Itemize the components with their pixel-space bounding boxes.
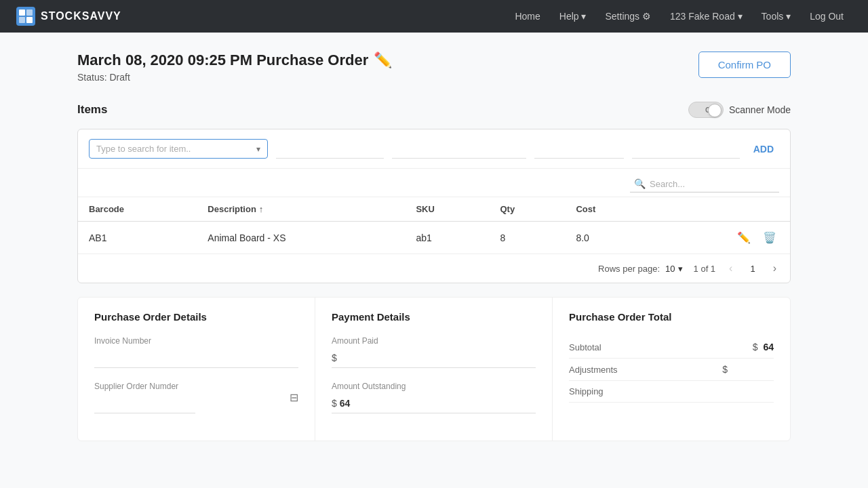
th-description[interactable]: Description ↑ [197,197,405,222]
per-page-select[interactable]: 10 ▾ [665,264,682,274]
amount-paid-input[interactable] [340,352,536,363]
adjustments-input[interactable] [733,364,774,375]
edit-row-button[interactable]: ✏️ [734,230,753,245]
delete-row-button[interactable]: 🗑️ [760,230,779,245]
prev-page-button[interactable]: ‹ [726,261,735,276]
amount-paid-row: $ [332,348,536,368]
shipping-row: Shipping [569,381,774,403]
supplier-order-number-group: Supplier Order Numder ⊟ [94,382,298,413]
search-icon: 🔍 [634,178,646,189]
next-page-button[interactable]: › [770,261,779,276]
adjustments-symbol: $ [722,364,728,375]
cell-cost: 8.0 [565,222,651,254]
amount-paid-label: Amount Paid [332,336,536,346]
page-title: March 08, 2020 09:25 PM Purchase Order ✏… [77,52,392,69]
po-total-title: Purchase Order Total [569,311,774,323]
page-title-group: March 08, 2020 09:25 PM Purchase Order ✏… [77,52,392,83]
table-search-bar: 🔍 [630,176,779,192]
svg-rect-4 [26,17,33,23]
scanner-mode-label: Scanner Mode [729,104,791,115]
adjustments-row: Adjustments $ [569,359,774,381]
toggle-thumb [708,104,722,117]
po-details-section: Purchase Order Details Invoice Number Su… [78,298,315,441]
item-search-input[interactable] [96,144,252,154]
cell-sku: ab1 [405,222,489,254]
chevron-down-icon: ▾ [256,144,260,154]
invoice-number-label: Invoice Number [94,336,298,346]
navbar-links: Home Help ▾ Settings ⚙ 123 Fake Road ▾ T… [507,7,852,26]
supplier-order-input[interactable] [94,394,195,413]
po-details-title: Purchase Order Details [94,311,298,323]
add-item-button[interactable]: ADD [748,140,779,159]
th-qty: Qty [489,197,565,222]
subtotal-row: Subtotal $ 64 [569,336,774,359]
edit-title-icon[interactable]: ✏️ [374,52,392,69]
amount-outstanding-symbol: $ [332,398,337,409]
supplier-order-label: Supplier Order Numder [94,382,213,391]
navbar: STOCKSAVVY Home Help ▾ Settings ⚙ 123 Fa… [0,0,868,33]
cost-add-input[interactable] [632,140,740,159]
payment-details-title: Payment Details [332,311,536,323]
svg-rect-1 [19,9,25,16]
invoice-number-input[interactable] [94,348,298,368]
items-table-container: ▾ ADD 🔍 Barcode [77,129,791,283]
cell-barcode: AB1 [78,222,197,254]
items-section-header: Items OFF Scanner Mode [77,102,791,118]
rows-per-page-group: Rows per page: 10 ▾ [598,264,683,274]
table-body: AB1 Animal Board - XS ab1 8 8.0 ✏️ 🗑️ [78,222,790,254]
scan-icon[interactable]: ⊟ [290,391,298,404]
barcode-add-input[interactable] [276,140,384,159]
brand-name: STOCKSAVVY [41,10,121,22]
pagination-row: Rows per page: 10 ▾ 1 of 1 ‹ 1 › [78,253,790,283]
nav-help[interactable]: Help ▾ [551,7,595,26]
amount-outstanding-row: $ 64 [332,394,536,413]
amount-outstanding-value: 64 [340,398,351,409]
chevron-down-icon: ▾ [581,11,586,22]
add-item-row: ▾ ADD [78,129,790,169]
table-search-input[interactable] [650,179,775,189]
payment-details-section: Payment Details Amount Paid $ Amount Out… [315,298,553,441]
status-display: Status: Draft [77,72,392,83]
nav-settings[interactable]: Settings ⚙ [597,7,658,26]
table-search-row: 🔍 [78,169,790,197]
status-badge: Draft [109,72,130,83]
th-sku: SKU [405,197,489,222]
svg-rect-0 [16,7,35,26]
cell-actions: ✏️ 🗑️ [651,222,790,254]
amount-outstanding-group: Amount Outstanding $ 64 [332,382,536,413]
subtotal-value: 64 [763,342,774,352]
th-barcode: Barcode [78,197,197,222]
nav-home[interactable]: Home [507,7,548,26]
rows-per-page-label: Rows per page: [598,264,660,274]
amount-outstanding-label: Amount Outstanding [332,382,536,391]
amount-paid-symbol: $ [332,352,337,363]
subtotal-symbol: $ [753,342,758,352]
brand: STOCKSAVVY [16,7,121,26]
adjustments-value-pair: $ [722,364,774,375]
per-page-value: 10 [665,264,675,274]
po-total-section: Purchase Order Total Subtotal $ 64 Adjus… [553,298,790,441]
chevron-down-icon: ▾ [678,264,683,274]
chevron-down-icon: ▾ [738,11,743,22]
cell-qty: 8 [489,222,565,254]
amount-paid-group: Amount Paid $ [332,336,536,368]
scanner-mode-toggle[interactable]: OFF [688,102,724,118]
confirm-po-button[interactable]: Confirm PO [698,52,791,78]
invoice-number-group: Invoice Number [94,336,298,368]
subtotal-value-pair: $ 64 [753,342,774,352]
sku-add-input[interactable] [392,140,526,159]
scanner-mode-group: OFF Scanner Mode [688,102,791,118]
items-table: Barcode Description ↑ SKU Qty [78,197,790,253]
nav-logout[interactable]: Log Out [802,7,852,26]
cell-description: Animal Board - XS [197,222,405,254]
nav-tools[interactable]: Tools ▾ [753,7,800,26]
table-row: AB1 Animal Board - XS ab1 8 8.0 ✏️ 🗑️ [78,222,790,254]
nav-location[interactable]: 123 Fake Road ▾ [662,7,751,26]
current-page-number: 1 [746,262,759,275]
th-actions [651,197,790,222]
subtotal-label: Subtotal [569,342,601,352]
item-search-dropdown[interactable]: ▾ [89,139,268,159]
th-cost: Cost [565,197,651,222]
quantity-add-input[interactable] [534,140,624,159]
page-info: 1 of 1 [694,264,716,274]
